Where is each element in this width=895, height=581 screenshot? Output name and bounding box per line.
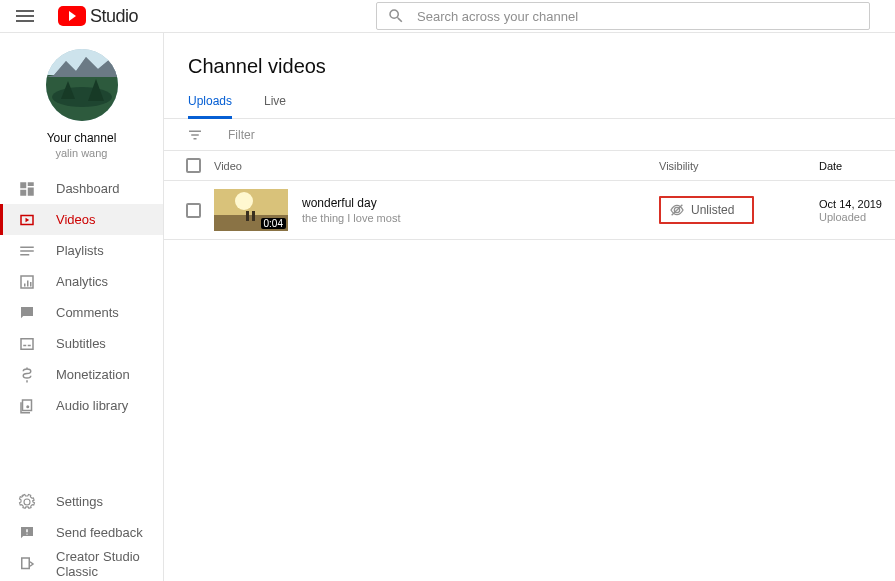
filter-input[interactable] [228,128,378,142]
sidebar-item-label: Send feedback [56,525,143,540]
col-header-visibility: Visibility [659,160,819,172]
sidebar-item-feedback[interactable]: Send feedback [0,517,163,548]
comments-icon [18,304,36,322]
youtube-icon [58,6,86,26]
playlists-icon [18,242,36,260]
svg-rect-13 [252,211,255,221]
filter-icon[interactable] [186,126,204,144]
svg-point-7 [26,405,29,408]
row-checkbox[interactable] [186,203,201,218]
page-title: Channel videos [164,33,895,78]
channel-name: yalin wang [0,147,163,159]
sidebar-item-monetization[interactable]: Monetization [0,359,163,390]
svg-point-4 [52,87,112,107]
sidebar: Your channel yalin wang Dashboard Videos… [0,33,164,581]
search-input[interactable] [417,9,859,24]
sidebar-item-audio[interactable]: Audio library [0,390,163,421]
feedback-icon [18,524,36,542]
sidebar-item-label: Videos [56,212,96,227]
sidebar-item-label: Settings [56,494,103,509]
sidebar-item-label: Audio library [56,398,128,413]
sidebar-item-label: Dashboard [56,181,120,196]
table-row[interactable]: 0:04 wonderful day the thing I love most… [164,181,895,240]
audio-library-icon [18,397,36,415]
sidebar-item-label: Playlists [56,243,104,258]
svg-point-10 [235,192,253,210]
sidebar-item-analytics[interactable]: Analytics [0,266,163,297]
col-header-date[interactable]: Date [819,160,895,172]
sidebar-item-label: Comments [56,305,119,320]
gear-icon [18,493,36,511]
visibility-label: Unlisted [691,203,734,217]
sidebar-item-settings[interactable]: Settings [0,486,163,517]
logo[interactable]: Studio [58,6,138,27]
sidebar-item-subtitles[interactable]: Subtitles [0,328,163,359]
sidebar-item-videos[interactable]: Videos [0,204,163,235]
sidebar-item-label: Creator Studio Classic [56,549,163,579]
row-date: Oct 14, 2019 [819,198,895,210]
search-icon [387,7,405,25]
video-duration: 0:04 [261,218,286,229]
avatar[interactable] [46,49,118,121]
row-date-sub: Uploaded [819,211,895,223]
video-title: wonderful day [302,196,400,210]
visibility-badge[interactable]: Unlisted [659,196,754,224]
select-all-checkbox[interactable] [186,158,201,173]
menu-icon[interactable] [16,4,40,28]
tab-uploads[interactable]: Uploads [188,94,232,118]
sidebar-item-playlists[interactable]: Playlists [0,235,163,266]
sidebar-item-dashboard[interactable]: Dashboard [0,173,163,204]
dollar-icon [18,366,36,384]
sidebar-item-label: Analytics [56,274,108,289]
video-description: the thing I love most [302,212,400,224]
studio-label: Studio [90,6,138,27]
videos-icon [18,211,36,229]
col-header-video: Video [214,160,659,172]
analytics-icon [18,273,36,291]
video-thumbnail[interactable]: 0:04 [214,189,288,231]
tab-live[interactable]: Live [264,94,286,118]
dashboard-icon [18,180,36,198]
classic-icon [18,555,36,573]
search-box[interactable] [376,2,870,30]
your-channel-label: Your channel [0,131,163,145]
sidebar-item-classic[interactable]: Creator Studio Classic [0,548,163,579]
unlisted-icon [669,202,685,218]
sidebar-item-label: Monetization [56,367,130,382]
sidebar-item-comments[interactable]: Comments [0,297,163,328]
svg-rect-12 [246,211,249,221]
sidebar-item-label: Subtitles [56,336,106,351]
subtitles-icon [18,335,36,353]
